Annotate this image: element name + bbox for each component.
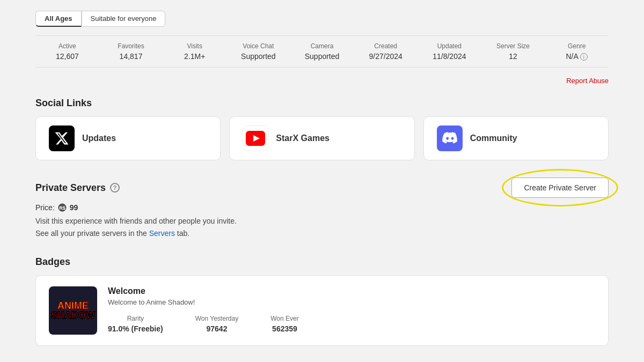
badge-rarity-value: 91.0% (Freebie) <box>108 324 163 333</box>
stat-visits-label: Visits <box>187 42 202 50</box>
stat-updated: Updated 11/8/2024 <box>418 42 481 61</box>
create-private-server-button[interactable]: Create Private Server <box>511 178 609 198</box>
price-label: Price: <box>35 203 55 212</box>
badges-section: Badges ANIME SHADOW Welcome Welcome to A… <box>35 256 609 346</box>
stat-genre-value: N/A i <box>566 52 587 61</box>
badge-welcome-title: Welcome <box>108 286 595 296</box>
twitter-card-name: Updates <box>82 134 116 143</box>
stat-updated-value: 11/8/2024 <box>433 52 466 61</box>
stat-server-size: Server Size 12 <box>481 42 545 61</box>
svg-text:R$: R$ <box>59 205 65 211</box>
social-links-section: Social Links Updates St <box>35 98 609 160</box>
stat-camera: Camera Supported <box>290 42 354 61</box>
stat-active-label: Active <box>58 42 76 50</box>
twitter-icon <box>49 125 75 151</box>
page-container: All Ages Suitable for everyone Active 12… <box>27 0 617 362</box>
discord-icon <box>437 125 463 151</box>
badge-won-yesterday-value: 97642 <box>207 324 228 333</box>
badge-image-welcome: ANIME SHADOW <box>49 286 97 335</box>
robux-icon: R$ <box>58 203 67 212</box>
servers-desc-line2-text: See all your private servers in the <box>35 229 147 238</box>
stats-labels-row: Active 12,607 Favorites 14,817 Visits 2.… <box>35 42 609 61</box>
stat-visits-value: 2.1M+ <box>184 52 205 61</box>
stats-table: Active 12,607 Favorites 14,817 Visits 2.… <box>35 35 609 68</box>
stat-visits: Visits 2.1M+ <box>163 42 226 61</box>
badge-stat-won-ever: Won Ever 562359 <box>270 315 298 333</box>
stat-voice-chat: Voice Chat Supported <box>226 42 290 61</box>
stat-voice-chat-value: Supported <box>241 52 276 61</box>
price-row: Price: R$ 99 <box>35 203 609 212</box>
tab-suitable[interactable]: Suitable for everyone <box>82 11 166 27</box>
stat-favorites-value: 14,817 <box>120 52 143 61</box>
badge-info-welcome: Welcome Welcome to Anime Shadow! Rarity … <box>108 286 595 333</box>
servers-desc-line2-end: tab. <box>177 229 189 238</box>
genre-info-icon: i <box>580 53 588 61</box>
tab-all-ages[interactable]: All Ages <box>35 11 82 27</box>
social-links-title: Social Links <box>35 98 609 109</box>
stat-created: Created 9/27/2024 <box>354 42 418 61</box>
youtube-icon <box>243 125 268 151</box>
social-links-grid: Updates StarX Games C <box>35 116 609 160</box>
badge-rarity-label: Rarity <box>127 315 144 322</box>
price-amount: 99 <box>70 203 78 212</box>
youtube-card-name: StarX Games <box>276 134 330 143</box>
badges-title: Badges <box>35 256 609 268</box>
stat-genre: Genre N/A i <box>545 42 609 61</box>
social-card-twitter[interactable]: Updates <box>35 116 221 160</box>
anime-shadow-logo: ANIME SHADOW <box>49 298 97 323</box>
stat-active-value: 12,607 <box>56 52 79 61</box>
create-server-btn-wrapper: Create Private Server <box>511 178 609 198</box>
logo-anime-text: ANIME <box>51 301 95 311</box>
stat-created-label: Created <box>374 42 397 50</box>
servers-desc-line1: Visit this experience with friends and o… <box>35 215 609 227</box>
stat-active: Active 12,607 <box>35 42 99 61</box>
private-servers-section: Private Servers ? Create Private Server … <box>35 178 609 239</box>
stat-voice-chat-label: Voice Chat <box>243 42 274 50</box>
servers-description: Visit this experience with friends and o… <box>35 215 609 239</box>
stat-favorites-label: Favorites <box>118 42 144 50</box>
servers-tab-link[interactable]: Servers <box>149 229 175 238</box>
private-servers-header: Private Servers ? Create Private Server <box>35 178 609 198</box>
servers-desc-line2: See all your private servers in the Serv… <box>35 227 609 239</box>
report-abuse-link[interactable]: Report Abuse <box>566 77 609 85</box>
social-card-discord[interactable]: Community <box>423 116 609 160</box>
stat-server-size-label: Server Size <box>496 42 530 50</box>
badges-card: ANIME SHADOW Welcome Welcome to Anime Sh… <box>35 275 609 346</box>
badge-won-yesterday-label: Won Yesterday <box>195 315 239 322</box>
private-servers-title-row: Private Servers ? <box>35 182 120 194</box>
stat-created-value: 9/27/2024 <box>369 52 402 61</box>
discord-card-name: Community <box>470 134 517 143</box>
report-abuse-row: Report Abuse <box>35 76 609 85</box>
badge-stat-rarity: Rarity 91.0% (Freebie) <box>108 315 163 333</box>
stat-server-size-value: 12 <box>509 52 517 61</box>
badge-won-ever-value: 562359 <box>272 324 297 333</box>
stat-camera-label: Camera <box>311 42 334 50</box>
private-servers-help-icon[interactable]: ? <box>110 183 120 193</box>
logo-shadow-text: SHADOW <box>51 311 95 320</box>
badge-stats-row: Rarity 91.0% (Freebie) Won Yesterday 976… <box>108 315 595 333</box>
badge-won-ever-label: Won Ever <box>270 315 298 322</box>
badge-welcome-subtitle: Welcome to Anime Shadow! <box>108 298 595 306</box>
stat-favorites: Favorites 14,817 <box>99 42 163 61</box>
badge-stat-won-yesterday: Won Yesterday 97642 <box>195 315 239 333</box>
stat-updated-label: Updated <box>437 42 462 50</box>
stat-genre-label: Genre <box>568 42 586 50</box>
stat-camera-value: Supported <box>305 52 340 61</box>
badge-item-welcome: ANIME SHADOW Welcome Welcome to Anime Sh… <box>49 286 595 335</box>
private-servers-title: Private Servers <box>35 182 106 194</box>
social-card-youtube[interactable]: StarX Games <box>229 116 414 160</box>
age-rating-bar: All Ages Suitable for everyone <box>35 11 609 27</box>
